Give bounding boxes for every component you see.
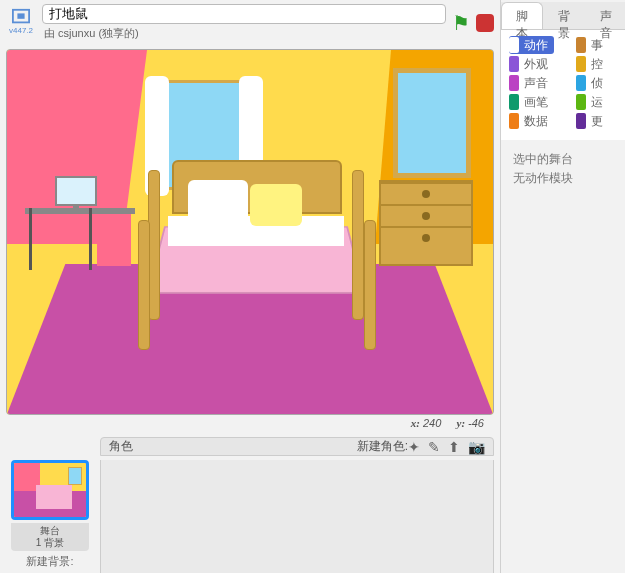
tab-scripts[interactable]: 脚本 xyxy=(501,2,543,29)
sprite-camera-icon[interactable]: 📷 xyxy=(468,439,485,455)
tab-sounds[interactable]: 声音 xyxy=(585,2,625,29)
category-画笔[interactable]: 画笔 xyxy=(509,93,554,111)
sprite-library-icon[interactable]: ✦ xyxy=(408,439,420,455)
stage[interactable] xyxy=(6,49,494,415)
tab-backdrops[interactable]: 背景 xyxy=(543,2,585,29)
category-数据[interactable]: 数据 xyxy=(509,112,554,130)
tabs: 脚本 背景 声音 xyxy=(501,2,625,30)
sprite-list[interactable] xyxy=(100,460,494,573)
category-palette: 动作外观声音画笔数据 事控侦运更 xyxy=(501,30,625,140)
category-外观[interactable]: 外观 xyxy=(509,55,554,73)
sprite-upload-icon[interactable]: ⬆ xyxy=(448,439,460,455)
category-运[interactable]: 运 xyxy=(576,93,603,111)
sprite-paint-icon[interactable]: ✎ xyxy=(428,439,440,455)
sprite-bar: 角色 新建角色: ✦ ✎ ⬆ 📷 xyxy=(100,437,494,456)
category-控[interactable]: 控 xyxy=(576,55,603,73)
category-事[interactable]: 事 xyxy=(576,36,603,54)
category-更[interactable]: 更 xyxy=(576,112,603,130)
project-title-input[interactable] xyxy=(42,4,446,24)
stop-button[interactable] xyxy=(476,14,494,32)
project-byline: 由 csjunxu (独享的) xyxy=(42,26,446,41)
sprite-bar-label: 角色 xyxy=(109,438,357,455)
new-backdrop-label: 新建背景: xyxy=(26,554,73,569)
category-侦[interactable]: 侦 xyxy=(576,74,603,92)
stage-thumbnail[interactable] xyxy=(11,460,89,520)
category-动作[interactable]: 动作 xyxy=(509,36,554,54)
fullscreen-icon[interactable]: v447.2 xyxy=(6,8,36,38)
stage-thumb-label: 舞台 1 背景 xyxy=(11,523,89,551)
stage-coordinates: x:240 y:-46 xyxy=(6,415,494,435)
header: v447.2 由 csjunxu (独享的) ⚑ xyxy=(0,0,500,45)
category-声音[interactable]: 声音 xyxy=(509,74,554,92)
blocks-area: 选中的舞台 无动作模块 xyxy=(501,140,625,198)
new-sprite-label: 新建角色: xyxy=(357,438,408,455)
green-flag-icon[interactable]: ⚑ xyxy=(452,11,470,35)
svg-rect-1 xyxy=(17,13,24,18)
